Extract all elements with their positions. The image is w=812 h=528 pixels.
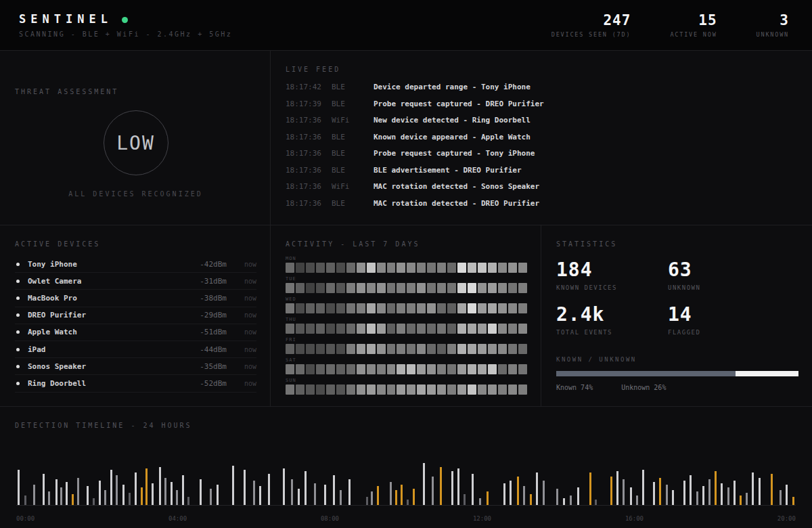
feed-event-message: Known device appeared - Apple Watch xyxy=(374,133,531,141)
timeline-bar xyxy=(60,487,62,505)
heatmap-cell xyxy=(488,324,497,334)
timeline-bar xyxy=(734,481,736,505)
timeline-chart xyxy=(16,430,796,506)
device-name: DREO Purifier xyxy=(28,311,186,320)
heatmap-cell xyxy=(468,344,476,354)
heatmap-cell xyxy=(457,364,466,374)
timeline-bar xyxy=(210,489,212,505)
timeline-bar xyxy=(244,470,246,505)
timeline-bar xyxy=(122,485,125,505)
feed-event-message: Probe request captured - DREO Purifier xyxy=(374,100,544,108)
timeline-bar xyxy=(683,481,685,505)
timeline-bar xyxy=(708,479,710,505)
header-stat: 247DEVICES SEEN (7D) xyxy=(551,12,631,38)
heatmap-day-label: SUN xyxy=(286,378,527,383)
timeline-bar xyxy=(72,494,74,505)
heatmap-cell xyxy=(387,324,396,334)
timeline-bar xyxy=(141,487,143,505)
timeline-bar xyxy=(630,487,632,505)
timeline-bar xyxy=(556,489,558,505)
heatmap-cell xyxy=(326,263,335,273)
feed-event-time: 18:17:42 xyxy=(286,83,322,91)
heatmap-cell xyxy=(417,344,426,354)
heatmap-cell xyxy=(417,384,426,395)
heatmap-cell xyxy=(447,303,456,313)
timeline-bar xyxy=(503,483,505,505)
heatmap-cell xyxy=(478,303,487,313)
timeline-bar xyxy=(395,490,397,505)
timeline-axis: 00:0004:0008:0012:0016:0020:00 xyxy=(16,515,796,522)
heatmap-cell xyxy=(468,364,476,374)
heatmap-cell xyxy=(407,344,415,354)
heatmap-cell xyxy=(457,344,466,354)
timeline-bar xyxy=(135,472,137,505)
stat-value: 2.4k xyxy=(556,303,668,326)
heatmap-cell xyxy=(387,344,396,354)
timeline-bar xyxy=(413,489,415,505)
timeline-bar xyxy=(77,478,79,505)
feed-event-time: 18:17:36 xyxy=(286,116,322,125)
timeline-bar xyxy=(110,470,112,505)
heatmap-cell xyxy=(468,324,476,334)
timeline-bar xyxy=(314,483,316,505)
timeline-bar xyxy=(690,475,692,505)
heatmap-cell xyxy=(488,384,497,395)
heatmap-day-label: TUE xyxy=(286,276,527,282)
header-stats: 247DEVICES SEEN (7D)15ACTIVE NOW3UNKNOWN xyxy=(551,12,789,38)
heatmap-cell xyxy=(336,364,345,374)
timeline-bar xyxy=(66,482,68,505)
heatmap-cell xyxy=(427,303,436,313)
device-status-icon xyxy=(16,330,20,334)
timeline-bar xyxy=(759,478,761,505)
timeline-bar xyxy=(371,491,373,505)
timeline-bar xyxy=(87,486,89,505)
device-row: MacBook Pro-38dBmnow xyxy=(15,290,256,307)
known-legend-label: Known 74% xyxy=(556,384,593,391)
timeline-bar xyxy=(517,477,519,505)
device-last-seen: now xyxy=(227,294,256,302)
timeline-bar xyxy=(457,468,459,505)
timeline-bar xyxy=(283,468,285,505)
heatmap-cell xyxy=(437,364,446,374)
device-status-icon xyxy=(16,365,20,368)
timeline-bar xyxy=(176,490,178,505)
feed-event-row: 18:17:42BLEDevice departed range - Tony … xyxy=(286,83,798,100)
timeline-bar xyxy=(407,500,409,505)
feed-event-message: Probe request captured - Tony iPhone xyxy=(374,149,535,158)
heatmap-cell xyxy=(478,344,487,354)
heatmap-cell xyxy=(367,344,376,354)
heatmap-cell xyxy=(326,303,335,313)
heatmap-cell xyxy=(457,324,466,334)
header-stat-value: 247 xyxy=(551,12,631,28)
known-bar-segment xyxy=(556,371,736,376)
heatmap-cell xyxy=(397,283,405,293)
threat-panel-title: THREAT ASSESSMENT xyxy=(15,88,118,95)
heatmap-cell xyxy=(357,324,365,334)
heatmap-cell xyxy=(377,364,386,374)
stat-label: FLAGGED xyxy=(668,329,780,336)
heatmap-cell xyxy=(346,283,355,293)
live-feed-list: 18:17:42BLEDevice departed range - Tony … xyxy=(286,83,798,215)
stat-value: 14 xyxy=(668,303,780,326)
device-last-seen: now xyxy=(227,328,256,336)
timeline-bar xyxy=(642,470,644,505)
heatmap-cell xyxy=(357,303,365,313)
heatmap-cell xyxy=(407,324,415,334)
app-title: SENTINEL xyxy=(19,12,112,26)
timeline-bar xyxy=(653,482,655,505)
feed-event-time: 18:17:36 xyxy=(286,166,322,175)
heatmap-cell xyxy=(336,263,345,273)
heatmap-row xyxy=(286,344,527,354)
heatmap-cell xyxy=(518,364,527,374)
timeline-bar xyxy=(472,474,474,505)
heatmap-cell xyxy=(457,384,466,395)
live-feed-panel: LIVE FEED 18:17:42BLEDevice departed ran… xyxy=(271,51,812,225)
detection-timeline-panel: DETECTION TIMELINE - 24 HOURS 00:0004:00… xyxy=(0,407,812,527)
unknown-legend-label: Unknown 26% xyxy=(621,384,666,391)
device-signal: -52dBm xyxy=(186,379,227,388)
heatmap-cell xyxy=(518,303,527,313)
stat-label: UNKNOWN xyxy=(668,284,780,291)
device-status-icon xyxy=(16,263,20,266)
heatmap-cell xyxy=(367,324,376,334)
device-name: iPad xyxy=(28,345,186,354)
